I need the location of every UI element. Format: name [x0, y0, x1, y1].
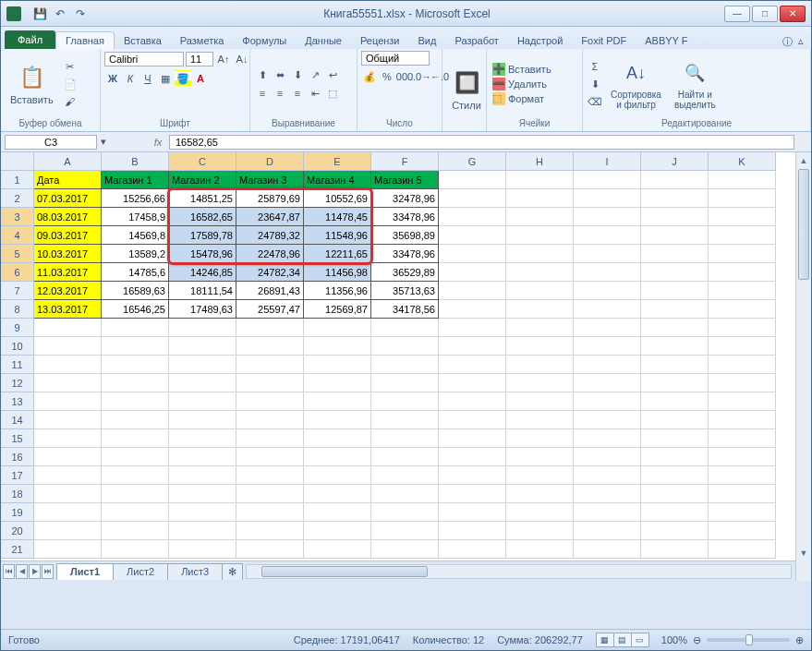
cell-G10[interactable]	[439, 337, 506, 356]
fill-color-icon[interactable]: 🪣	[175, 70, 191, 87]
cells-format-button[interactable]: ⬚Формат	[491, 91, 553, 106]
cell-I14[interactable]	[574, 411, 641, 429]
cell-J10[interactable]	[641, 337, 709, 356]
select-all-corner[interactable]	[1, 152, 34, 171]
cell-A6[interactable]: 11.03.2017	[34, 263, 102, 282]
zoom-slider[interactable]	[707, 638, 790, 642]
cell-D17[interactable]	[236, 466, 304, 485]
orient-icon[interactable]: ↗	[307, 66, 323, 83]
col-header-G[interactable]: G	[439, 152, 506, 171]
cell-I20[interactable]	[574, 522, 641, 540]
cell-G5[interactable]	[439, 245, 506, 263]
cell-A11[interactable]	[34, 356, 102, 374]
col-header-A[interactable]: A	[34, 152, 102, 171]
row-header-6[interactable]: 6	[1, 263, 34, 282]
cell-A3[interactable]: 08.03.2017	[34, 208, 102, 226]
cell-K7[interactable]	[709, 282, 776, 300]
cell-G8[interactable]	[439, 300, 506, 319]
cell-K13[interactable]	[709, 392, 776, 411]
clear-icon[interactable]: ⌫	[587, 93, 603, 110]
row-header-4[interactable]: 4	[1, 226, 34, 245]
cell-H16[interactable]	[506, 448, 574, 466]
cell-G18[interactable]	[439, 485, 506, 503]
cell-K4[interactable]	[709, 226, 776, 245]
find-select-button[interactable]: 🔍 Найти и выделить	[669, 56, 721, 112]
cell-F16[interactable]	[371, 448, 439, 466]
cell-C12[interactable]	[169, 374, 236, 392]
cell-A19[interactable]	[34, 503, 102, 522]
cell-F6[interactable]: 36529,89	[371, 263, 439, 282]
row-header-1[interactable]: 1	[1, 171, 34, 189]
row-header-18[interactable]: 18	[1, 485, 34, 503]
cell-F21[interactable]	[371, 540, 439, 559]
col-header-F[interactable]: F	[371, 152, 439, 171]
cell-G7[interactable]	[439, 282, 506, 300]
merge-icon[interactable]: ⬚	[324, 85, 341, 102]
cell-K20[interactable]	[709, 522, 776, 540]
cell-A2[interactable]: 07.03.2017	[34, 189, 102, 208]
redo-icon[interactable]: ↷	[71, 5, 90, 23]
italic-button[interactable]: К	[122, 70, 139, 87]
cell-H13[interactable]	[506, 392, 574, 411]
cell-A21[interactable]	[34, 540, 102, 559]
cell-I17[interactable]	[574, 466, 641, 485]
col-header-I[interactable]: I	[574, 152, 641, 171]
cell-C6[interactable]: 14246,85	[169, 263, 236, 282]
cell-B6[interactable]: 14785,6	[102, 263, 169, 282]
cell-E19[interactable]	[304, 503, 371, 522]
cut-icon[interactable]: ✂	[61, 58, 79, 75]
align-left-icon[interactable]: ≡	[254, 85, 271, 102]
cell-K18[interactable]	[709, 485, 776, 503]
cell-A14[interactable]	[34, 411, 102, 429]
cell-G16[interactable]	[439, 448, 506, 466]
cell-F20[interactable]	[371, 522, 439, 540]
cell-B3[interactable]: 17458,9	[102, 208, 169, 226]
cell-D5[interactable]: 22478,96	[236, 245, 304, 263]
cell-H11[interactable]	[506, 356, 574, 374]
cell-A5[interactable]: 10.03.2017	[34, 245, 102, 263]
cells-insert-button[interactable]: ➕Вставить	[491, 62, 553, 77]
sheet-tab-1[interactable]: Лист1	[56, 563, 114, 580]
sheet-nav-first[interactable]: ⏮	[3, 564, 15, 579]
cell-G11[interactable]	[439, 356, 506, 374]
cell-B2[interactable]: 15256,66	[102, 189, 169, 208]
cell-I8[interactable]	[574, 300, 641, 319]
underline-button[interactable]: Ч	[139, 70, 156, 87]
cell-H10[interactable]	[506, 337, 574, 356]
close-button[interactable]: ✕	[780, 6, 806, 22]
cell-C21[interactable]	[169, 540, 236, 559]
cell-F18[interactable]	[371, 485, 439, 503]
cell-I9[interactable]	[574, 319, 641, 337]
cell-J15[interactable]	[641, 429, 709, 448]
cell-C17[interactable]	[169, 466, 236, 485]
cell-E11[interactable]	[304, 356, 371, 374]
grow-font-icon[interactable]: A↑	[215, 51, 232, 67]
tab-dev[interactable]: Разработ	[445, 32, 507, 49]
cell-A13[interactable]	[34, 392, 102, 411]
row-header-7[interactable]: 7	[1, 282, 34, 300]
cell-I11[interactable]	[574, 356, 641, 374]
number-format-select[interactable]: Общий	[361, 51, 430, 66]
vscroll-thumb[interactable]	[798, 169, 809, 280]
horizontal-scrollbar[interactable]	[246, 564, 792, 579]
row-header-2[interactable]: 2	[1, 189, 34, 208]
ribbon-min-icon[interactable]: ▵	[798, 35, 804, 49]
row-header-16[interactable]: 16	[1, 448, 34, 466]
cell-I6[interactable]	[574, 263, 641, 282]
grid-area[interactable]: ABCDEFGHIJK 1234567891011121314151617181…	[1, 152, 811, 581]
row-header-13[interactable]: 13	[1, 392, 34, 411]
tab-review[interactable]: Рецензи	[351, 32, 409, 49]
cell-B21[interactable]	[102, 540, 169, 559]
cell-H14[interactable]	[506, 411, 574, 429]
border-icon[interactable]: ▦	[157, 70, 174, 87]
cell-E16[interactable]	[304, 448, 371, 466]
cell-C19[interactable]	[169, 503, 236, 522]
cell-C18[interactable]	[169, 485, 236, 503]
autosum-icon[interactable]: Σ	[587, 58, 603, 75]
cell-I13[interactable]	[574, 392, 641, 411]
cell-G6[interactable]	[439, 263, 506, 282]
cell-I15[interactable]	[574, 429, 641, 448]
cell-F7[interactable]: 35713,63	[371, 282, 439, 300]
cell-D14[interactable]	[236, 411, 304, 429]
cell-E20[interactable]	[304, 522, 371, 540]
